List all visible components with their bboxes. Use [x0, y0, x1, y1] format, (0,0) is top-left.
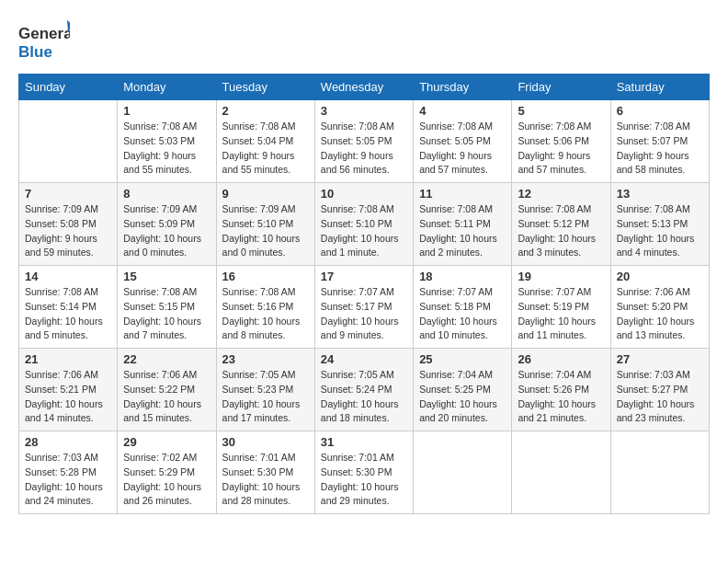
- day-number: 17: [321, 270, 407, 283]
- day-info: Sunrise: 7:08 AMSunset: 5:06 PMDaylight:…: [518, 120, 604, 178]
- day-number: 29: [123, 435, 210, 449]
- day-info: Sunrise: 7:05 AMSunset: 5:23 PMDaylight:…: [222, 368, 309, 426]
- calendar-cell: 15Sunrise: 7:08 AMSunset: 5:15 PMDayligh…: [118, 266, 216, 349]
- calendar-cell: 6Sunrise: 7:08 AMSunset: 5:07 PMDaylight…: [610, 100, 709, 183]
- calendar-cell: 27Sunrise: 7:03 AMSunset: 5:27 PMDayligh…: [610, 349, 709, 431]
- calendar-cell: [414, 431, 512, 514]
- day-info: Sunrise: 7:07 AMSunset: 5:19 PMDaylight:…: [518, 285, 604, 343]
- calendar-cell: 12Sunrise: 7:08 AMSunset: 5:12 PMDayligh…: [512, 183, 610, 266]
- day-number: 20: [617, 270, 703, 283]
- day-number: 8: [123, 187, 210, 201]
- calendar-cell: 23Sunrise: 7:05 AMSunset: 5:23 PMDayligh…: [216, 349, 314, 431]
- day-info: Sunrise: 7:07 AMSunset: 5:17 PMDaylight:…: [321, 285, 407, 343]
- day-number: 24: [321, 352, 407, 366]
- day-info: Sunrise: 7:09 AMSunset: 5:10 PMDaylight:…: [222, 202, 309, 260]
- day-number: 10: [321, 187, 407, 201]
- day-number: 2: [222, 104, 309, 118]
- calendar-cell: [19, 100, 118, 183]
- day-number: 6: [617, 104, 703, 118]
- calendar-cell: 25Sunrise: 7:04 AMSunset: 5:25 PMDayligh…: [414, 349, 512, 431]
- day-number: 12: [518, 187, 604, 201]
- day-number: 27: [617, 352, 703, 366]
- calendar-week-2: 7Sunrise: 7:09 AMSunset: 5:08 PMDaylight…: [19, 183, 710, 266]
- calendar-table: SundayMondayTuesdayWednesdayThursdayFrid…: [18, 74, 710, 514]
- day-info: Sunrise: 7:04 AMSunset: 5:25 PMDaylight:…: [419, 368, 506, 426]
- day-number: 11: [419, 187, 506, 201]
- logo-svg: General Blue: [18, 18, 70, 64]
- calendar-cell: 20Sunrise: 7:06 AMSunset: 5:20 PMDayligh…: [610, 266, 709, 349]
- day-info: Sunrise: 7:05 AMSunset: 5:24 PMDaylight:…: [321, 368, 407, 426]
- calendar-cell: 22Sunrise: 7:06 AMSunset: 5:22 PMDayligh…: [118, 349, 216, 431]
- day-number: 4: [419, 104, 506, 118]
- day-number: 15: [123, 270, 210, 283]
- calendar-cell: 14Sunrise: 7:08 AMSunset: 5:14 PMDayligh…: [19, 266, 118, 349]
- day-info: Sunrise: 7:08 AMSunset: 5:05 PMDaylight:…: [321, 120, 407, 178]
- day-info: Sunrise: 7:08 AMSunset: 5:14 PMDaylight:…: [25, 285, 111, 343]
- calendar-cell: 2Sunrise: 7:08 AMSunset: 5:04 PMDaylight…: [216, 100, 314, 183]
- svg-text:Blue: Blue: [18, 43, 52, 61]
- page-header: General Blue: [18, 18, 710, 64]
- day-info: Sunrise: 7:04 AMSunset: 5:26 PMDaylight:…: [518, 368, 604, 426]
- calendar-cell: [512, 431, 610, 514]
- calendar-cell: 11Sunrise: 7:08 AMSunset: 5:11 PMDayligh…: [414, 183, 512, 266]
- calendar-cell: 28Sunrise: 7:03 AMSunset: 5:28 PMDayligh…: [19, 431, 118, 514]
- calendar-cell: 5Sunrise: 7:08 AMSunset: 5:06 PMDaylight…: [512, 100, 610, 183]
- day-info: Sunrise: 7:08 AMSunset: 5:13 PMDaylight:…: [617, 202, 703, 260]
- day-info: Sunrise: 7:08 AMSunset: 5:03 PMDaylight:…: [123, 120, 210, 178]
- day-number: 30: [222, 435, 309, 449]
- day-info: Sunrise: 7:06 AMSunset: 5:20 PMDaylight:…: [617, 285, 703, 343]
- col-header-saturday: Saturday: [610, 75, 709, 100]
- calendar-cell: 3Sunrise: 7:08 AMSunset: 5:05 PMDaylight…: [314, 100, 413, 183]
- day-info: Sunrise: 7:06 AMSunset: 5:21 PMDaylight:…: [25, 368, 111, 426]
- day-info: Sunrise: 7:08 AMSunset: 5:16 PMDaylight:…: [222, 285, 309, 343]
- day-info: Sunrise: 7:08 AMSunset: 5:07 PMDaylight:…: [617, 120, 703, 178]
- day-info: Sunrise: 7:06 AMSunset: 5:22 PMDaylight:…: [123, 368, 210, 426]
- calendar-cell: 1Sunrise: 7:08 AMSunset: 5:03 PMDaylight…: [118, 100, 216, 183]
- day-info: Sunrise: 7:08 AMSunset: 5:11 PMDaylight:…: [419, 202, 506, 260]
- day-number: 16: [222, 270, 309, 283]
- day-number: 26: [518, 352, 604, 366]
- day-number: 9: [222, 187, 309, 201]
- calendar-cell: 21Sunrise: 7:06 AMSunset: 5:21 PMDayligh…: [19, 349, 118, 431]
- day-number: 13: [617, 187, 703, 201]
- day-number: 28: [25, 435, 111, 449]
- day-number: 3: [321, 104, 407, 118]
- day-info: Sunrise: 7:09 AMSunset: 5:09 PMDaylight:…: [123, 202, 210, 260]
- day-number: 22: [123, 352, 210, 366]
- day-number: 5: [518, 104, 604, 118]
- day-number: 25: [419, 352, 506, 366]
- calendar-cell: 4Sunrise: 7:08 AMSunset: 5:05 PMDaylight…: [414, 100, 512, 183]
- calendar-cell: [610, 431, 709, 514]
- logo: General Blue: [18, 18, 70, 64]
- day-number: 7: [25, 187, 111, 201]
- col-header-thursday: Thursday: [414, 75, 512, 100]
- calendar-cell: 26Sunrise: 7:04 AMSunset: 5:26 PMDayligh…: [512, 349, 610, 431]
- day-info: Sunrise: 7:02 AMSunset: 5:29 PMDaylight:…: [123, 451, 210, 509]
- day-number: 19: [518, 270, 604, 283]
- calendar-cell: 29Sunrise: 7:02 AMSunset: 5:29 PMDayligh…: [118, 431, 216, 514]
- calendar-cell: 31Sunrise: 7:01 AMSunset: 5:30 PMDayligh…: [314, 431, 413, 514]
- day-info: Sunrise: 7:01 AMSunset: 5:30 PMDaylight:…: [321, 451, 407, 509]
- calendar-cell: 16Sunrise: 7:08 AMSunset: 5:16 PMDayligh…: [216, 266, 314, 349]
- calendar-cell: 9Sunrise: 7:09 AMSunset: 5:10 PMDaylight…: [216, 183, 314, 266]
- day-info: Sunrise: 7:03 AMSunset: 5:28 PMDaylight:…: [25, 451, 111, 509]
- calendar-cell: 17Sunrise: 7:07 AMSunset: 5:17 PMDayligh…: [314, 266, 413, 349]
- day-info: Sunrise: 7:08 AMSunset: 5:12 PMDaylight:…: [518, 202, 604, 260]
- day-number: 18: [419, 270, 506, 283]
- day-info: Sunrise: 7:03 AMSunset: 5:27 PMDaylight:…: [617, 368, 703, 426]
- day-info: Sunrise: 7:01 AMSunset: 5:30 PMDaylight:…: [222, 451, 309, 509]
- day-info: Sunrise: 7:08 AMSunset: 5:15 PMDaylight:…: [123, 285, 210, 343]
- calendar-header-row: SundayMondayTuesdayWednesdayThursdayFrid…: [19, 75, 710, 100]
- calendar-cell: 10Sunrise: 7:08 AMSunset: 5:10 PMDayligh…: [314, 183, 413, 266]
- day-number: 1: [123, 104, 210, 118]
- col-header-friday: Friday: [512, 75, 610, 100]
- day-info: Sunrise: 7:07 AMSunset: 5:18 PMDaylight:…: [419, 285, 506, 343]
- calendar-cell: 19Sunrise: 7:07 AMSunset: 5:19 PMDayligh…: [512, 266, 610, 349]
- calendar-cell: 30Sunrise: 7:01 AMSunset: 5:30 PMDayligh…: [216, 431, 314, 514]
- col-header-sunday: Sunday: [19, 75, 118, 100]
- day-number: 31: [321, 435, 407, 449]
- calendar-cell: 18Sunrise: 7:07 AMSunset: 5:18 PMDayligh…: [414, 266, 512, 349]
- day-info: Sunrise: 7:08 AMSunset: 5:10 PMDaylight:…: [321, 202, 407, 260]
- calendar-cell: 24Sunrise: 7:05 AMSunset: 5:24 PMDayligh…: [314, 349, 413, 431]
- col-header-monday: Monday: [118, 75, 216, 100]
